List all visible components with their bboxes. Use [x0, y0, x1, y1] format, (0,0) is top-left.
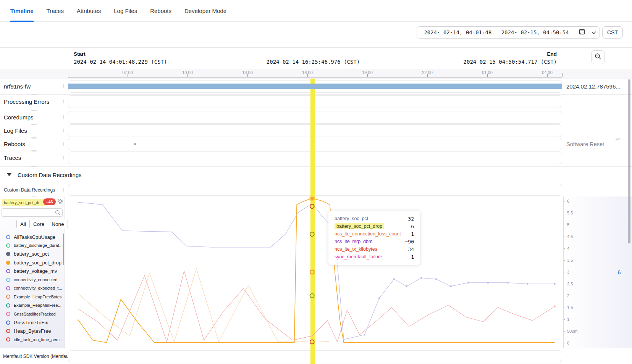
metrics-chart[interactable] — [65, 196, 563, 348]
gear-icon[interactable] — [57, 198, 63, 206]
metric-name: idle_task_run_time_perc... — [14, 337, 63, 342]
cursor-marker — [310, 340, 314, 344]
filter-button-core[interactable]: Core — [29, 220, 48, 228]
metric-item[interactable]: idle_task_run_time_perc... — [6, 335, 63, 344]
metric-list-scrollbar[interactable] — [63, 234, 64, 265]
right-axis-tick-label: 1.5 — [567, 305, 573, 310]
metric-item[interactable]: GnssTimeToFix — [6, 318, 48, 327]
metric-dot-ring — [6, 243, 10, 248]
reboots-track[interactable] — [68, 138, 562, 150]
calendar-icon — [579, 29, 585, 36]
metric-item[interactable]: Example_HeapFreeBytes — [6, 293, 61, 301]
tooltip-metric-value: 34 — [408, 246, 414, 252]
right-axis-tick-label: 500m — [567, 329, 578, 333]
metric-item[interactable]: battery_soc_pct — [6, 250, 49, 258]
tab-attributes[interactable]: Attributes — [77, 0, 101, 22]
chart-line-series_peach — [78, 269, 330, 342]
row-resize-dash — [31, 124, 37, 125]
time-axis-tick — [547, 74, 548, 77]
row-label-log-files: Log Files — [4, 124, 64, 137]
tab-bar: TimelineTracesAttributesLog FilesReboots… — [0, 0, 632, 22]
metric-search[interactable] — [2, 208, 63, 217]
selected-metric-chip[interactable]: battery_soc_pct_dr... — [2, 199, 45, 206]
time-axis-tick — [367, 74, 368, 77]
metric-search-input[interactable] — [3, 209, 55, 217]
tooltip-row: battery_soc_pct32 — [335, 215, 414, 222]
tooltip-metric-value: 1 — [411, 254, 414, 260]
metric-item[interactable]: battery_voltage_mv — [6, 267, 57, 275]
current-value-label: 6 — [617, 269, 621, 275]
cursor-marker — [310, 232, 314, 236]
memfault-sdk-version-track[interactable] — [68, 350, 562, 362]
processing-errors-track[interactable] — [68, 95, 562, 108]
right-axis-tick-label: 4.5 — [567, 234, 573, 239]
metric-overflow-badge[interactable]: +46 — [43, 198, 56, 205]
metric-dot-ring — [6, 295, 10, 299]
right-axis-tick-label: 6 — [567, 199, 569, 203]
timezone-button[interactable]: CST — [602, 26, 623, 39]
start-label: Start — [74, 51, 86, 57]
metric-item[interactable]: battery_soc_pct_drop — [6, 258, 61, 267]
metric-item[interactable]: connectivity_connected... — [6, 275, 61, 284]
firmware-version-bar[interactable] — [68, 84, 562, 89]
metric-item[interactable]: Heap_BytesFree — [6, 327, 51, 335]
metric-name: battery_discharge_durat... — [14, 243, 63, 248]
toolbar: 2024- 02-14, 04:01:48 – 2024- 02-15, 04:… — [0, 22, 632, 43]
tab-timeline[interactable]: Timeline — [10, 0, 34, 22]
zoom-out-button[interactable] — [591, 50, 605, 64]
chart-point — [364, 334, 365, 336]
reboot-event-dot[interactable] — [134, 143, 136, 145]
metric-item[interactable]: battery_discharge_durat... — [6, 241, 63, 250]
tab-log-files[interactable]: Log Files — [114, 0, 137, 22]
date-range-input[interactable]: 2024- 02-14, 04:01:48 – 2024- 02-15, 04:… — [417, 26, 576, 39]
tooltip-row: ncs_lte_tx_kilobytes34 — [335, 245, 414, 253]
tooltip-metric-value: 32 — [408, 216, 414, 222]
row-resize-dash — [31, 166, 37, 167]
metric-item[interactable]: AllTasksCpuUsage — [6, 233, 55, 241]
chart-point — [378, 297, 380, 299]
custom-data-recordings-header[interactable]: Custom Data Recordings — [0, 166, 632, 183]
time-axis-edge-tick — [68, 73, 68, 77]
chart-point — [450, 285, 452, 287]
filter-button-all[interactable]: All — [16, 220, 30, 228]
tab-traces[interactable]: Traces — [47, 0, 64, 22]
metric-item[interactable]: connectivity_expected_t... — [6, 284, 62, 292]
right-axis-tick-label: 2 — [567, 293, 569, 298]
chart-point — [487, 282, 489, 284]
coredumps-track[interactable] — [68, 111, 562, 124]
row-resize-dash — [31, 150, 37, 151]
chart-right-axis: 6 65.554.543.532.521.51500m0 — [563, 196, 632, 348]
tooltip-row: battery_soc_pct_drop6 — [335, 222, 414, 230]
tooltip-metric-name: sync_memfault_failure — [335, 254, 382, 259]
chart-point — [527, 283, 529, 285]
page-scrollbar[interactable] — [628, 79, 630, 243]
tooltip-row: ncs_lte_connection_loss_count1 — [335, 230, 414, 238]
divider — [0, 348, 632, 348]
tooltip-metric-value: 1 — [411, 231, 414, 237]
metric-name: connectivity_expected_t... — [14, 286, 62, 290]
calendar-button[interactable] — [576, 26, 588, 39]
tab-reboots[interactable]: Reboots — [150, 0, 171, 22]
filter-button-none[interactable]: None — [48, 220, 68, 228]
locf-tag: locf — [616, 137, 620, 141]
time-axis-edge-tick — [562, 73, 562, 77]
metric-dot-ring — [6, 337, 10, 341]
tab-developer-mode[interactable]: Developer Mode — [184, 0, 226, 22]
date-presets-button[interactable] — [588, 26, 600, 39]
metric-dot-ring — [6, 286, 10, 290]
metric-name: battery_soc_pct — [14, 251, 49, 257]
log-files-track[interactable] — [68, 124, 562, 137]
metric-item[interactable]: Example_HeapMinFree... — [6, 301, 61, 309]
right-axis-tick — [564, 201, 565, 201]
row-label-processing-errors: Processing Errors — [4, 95, 64, 108]
custom-data-recordings-track[interactable] — [68, 184, 562, 196]
row-resize-dash — [31, 94, 37, 95]
metric-dot-ring — [6, 269, 10, 273]
cursor-marker — [310, 197, 314, 200]
chart-point — [393, 278, 395, 280]
metric-item[interactable]: GnssSatellitesTracked — [6, 310, 56, 318]
traces-track[interactable] — [68, 151, 562, 164]
row-handle — [63, 129, 64, 132]
time-axis-tick — [427, 74, 428, 77]
row-resize-dash — [31, 137, 37, 139]
